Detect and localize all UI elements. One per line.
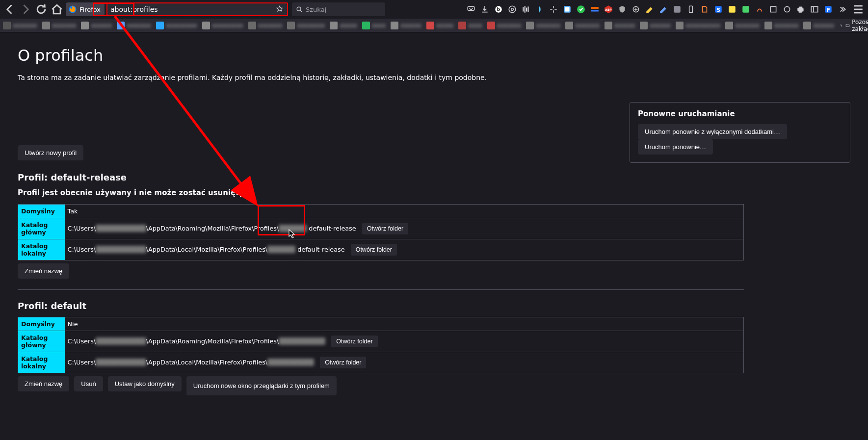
svg-marker-38 bbox=[289, 230, 294, 238]
annotation-box-open-folder bbox=[258, 205, 305, 235]
annotation-box-urlbar bbox=[93, 2, 134, 16]
annotation-arrow bbox=[0, 0, 868, 440]
mouse-cursor-icon bbox=[289, 229, 295, 239]
svg-line-37 bbox=[115, 16, 255, 203]
